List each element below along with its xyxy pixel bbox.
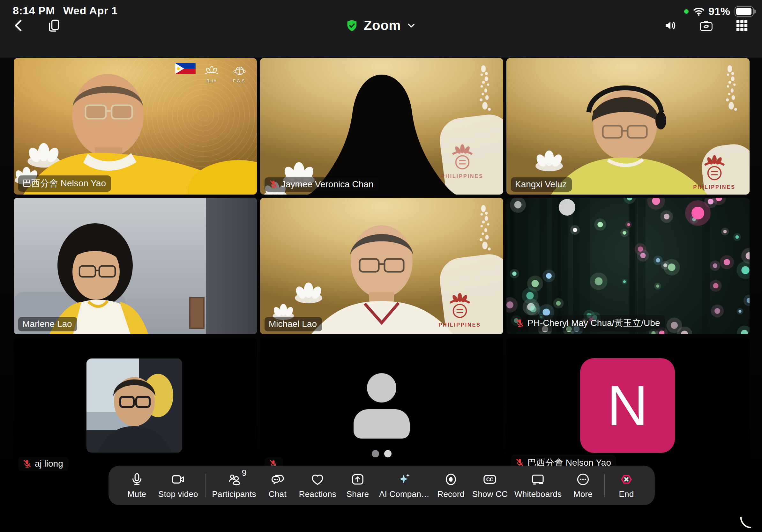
participant-inner-video	[87, 359, 182, 453]
apps-grid-button[interactable]	[733, 17, 750, 34]
blia-philippines-emblem: PHILIPPINES	[693, 154, 735, 190]
video-tile[interactable]: aj liong	[14, 337, 257, 474]
participant-name: 巴西分會 Nelson Yao	[22, 177, 106, 189]
participants-icon: 9	[227, 472, 242, 487]
battery-percent: 91%	[708, 5, 730, 18]
participant-name: aj liong	[35, 459, 63, 469]
participant-video-person	[14, 198, 257, 334]
muted-microphone-icon	[515, 318, 525, 328]
toolbar-button-whiteboards[interactable]: Whiteboards	[514, 472, 562, 499]
camera-flip-icon	[699, 18, 714, 34]
app-switcher-button[interactable]	[45, 17, 62, 34]
wifi-icon	[692, 6, 705, 17]
video-grid: BLIAF.G.S.巴西分會 Nelson YaoPHILIPPINESJaym…	[14, 58, 750, 474]
svg-text:CC: CC	[486, 477, 494, 482]
participant-name: PH-Cheryl May Chua/黃玉立/Ube	[527, 317, 660, 329]
shield-check-icon	[345, 19, 359, 32]
toolbar-button-label: Whiteboards	[514, 489, 562, 499]
participant-video-person	[87, 359, 182, 453]
participant-name: Marlene Lao	[22, 319, 72, 329]
toolbar-button-show-cc[interactable]: CCShow CC	[472, 472, 508, 499]
apps-grid-icon	[734, 18, 749, 34]
status-bar: 8:14 PM Wed Apr 1 91%	[0, 3, 762, 17]
page-dot	[384, 450, 392, 457]
closed-captions-icon: CC	[483, 472, 497, 487]
date: Wed Apr 1	[63, 4, 118, 17]
toolbar-button-share[interactable]: Share	[343, 472, 372, 499]
toolbar-button-label: Mute	[128, 489, 146, 499]
toolbar-button-label: More	[573, 489, 592, 499]
meeting-title: Zoom	[364, 18, 401, 33]
participant-name: Jaymee Veronica Chan	[281, 179, 374, 189]
participant-name-label: Marlene Lao	[18, 317, 77, 331]
speaker-button[interactable]	[662, 17, 679, 34]
toolbar-button-mute[interactable]: Mute	[122, 472, 152, 499]
toolbar-button-ai-companion[interactable]: AI Compan…	[379, 472, 429, 499]
ai-companion-icon	[397, 472, 412, 487]
speaker-icon	[663, 18, 678, 34]
chevron-down-icon	[406, 20, 417, 31]
muted-microphone-icon	[269, 179, 278, 189]
fgs-globe-logo: F.G.S.	[228, 63, 252, 83]
toolbar-button-label: Participants	[212, 489, 256, 499]
toolbar-button-label: End	[619, 489, 634, 499]
letter-avatar: N	[580, 358, 675, 453]
toolbar-button-label: AI Compan…	[379, 489, 429, 499]
page-dot	[372, 450, 379, 457]
app-switcher-icon	[46, 18, 61, 34]
philippine-flag-icon	[175, 63, 195, 74]
fairy-lights-graphic	[506, 198, 750, 334]
overlay-logos: BLIAF.G.S.	[175, 63, 252, 83]
video-tile[interactable]: PHILIPPINESKangxi Veluz	[506, 58, 750, 195]
video-tile[interactable]: PHILIPPINESJaymee Veronica Chan	[260, 58, 503, 195]
blia-philippines-emblem: PHILIPPINES	[438, 292, 481, 328]
recording-dot-icon	[684, 9, 689, 14]
blia-lotus-emblem-icon	[702, 154, 727, 184]
battery-icon	[734, 6, 754, 17]
blia-lotus-logo: BLIA	[199, 63, 224, 83]
record-icon	[443, 472, 458, 487]
participant-name: Kangxi Veluz	[515, 179, 567, 189]
participant-name-label: aj liong	[18, 457, 68, 471]
video-tile[interactable]: N巴西分會 Nelson Yao	[506, 337, 750, 474]
toolbar-button-participants[interactable]: 9Participants	[212, 472, 256, 499]
toolbar-divider	[604, 474, 605, 497]
toolbar-button-reactions[interactable]: Reactions	[299, 472, 336, 499]
muted-microphone-icon	[22, 459, 32, 469]
meeting-toolbar: MuteStop video9ParticipantsChatReactions…	[109, 466, 655, 505]
back-button[interactable]	[10, 17, 28, 34]
page-indicator-dots[interactable]	[372, 450, 392, 457]
whiteboard-icon	[531, 472, 545, 487]
toolbar-button-more[interactable]: More	[568, 472, 598, 499]
toolbar-button-label: Record	[437, 489, 464, 499]
participant-name-label: Michael Lao	[265, 317, 322, 331]
meeting-title-menu[interactable]: Zoom	[345, 18, 417, 33]
heart-icon	[310, 472, 325, 487]
toolbar-button-label: Show CC	[472, 489, 508, 499]
clock: 8:14 PM	[13, 4, 55, 17]
participant-name-label: PH-Cheryl May Chua/黃玉立/Ube	[511, 315, 665, 331]
participants-count-badge: 9	[242, 468, 247, 478]
toolbar-button-stop-video[interactable]: Stop video	[158, 472, 198, 499]
toolbar-button-label: Stop video	[158, 489, 198, 499]
toolbar-button-end[interactable]: End	[612, 472, 641, 499]
toolbar-button-label: Chat	[269, 489, 286, 499]
avatar-placeholder	[353, 373, 410, 438]
end-call-icon	[619, 472, 634, 487]
back-chevron-icon	[12, 18, 26, 34]
participant-name: Michael Lao	[269, 319, 317, 329]
video-tile[interactable]	[260, 337, 503, 474]
toolbar-button-label: Reactions	[299, 489, 336, 499]
video-tile[interactable]: PHILIPPINESMichael Lao	[260, 198, 503, 334]
toolbar-button-record[interactable]: Record	[436, 472, 466, 499]
microphone-icon	[129, 472, 144, 487]
camera-flip-button[interactable]	[698, 17, 715, 34]
participant-silhouette	[260, 58, 503, 195]
video-tile[interactable]: Marlene Lao	[14, 198, 257, 334]
participant-name-label: Kangxi Veluz	[511, 177, 572, 192]
toolbar-divider	[205, 474, 205, 497]
video-tile[interactable]: PH-Cheryl May Chua/黃玉立/Ube	[506, 198, 750, 334]
toolbar-button-chat[interactable]: Chat	[263, 472, 292, 499]
video-tile[interactable]: BLIAF.G.S.巴西分會 Nelson Yao	[14, 58, 257, 195]
top-bar: Zoom	[0, 17, 762, 38]
